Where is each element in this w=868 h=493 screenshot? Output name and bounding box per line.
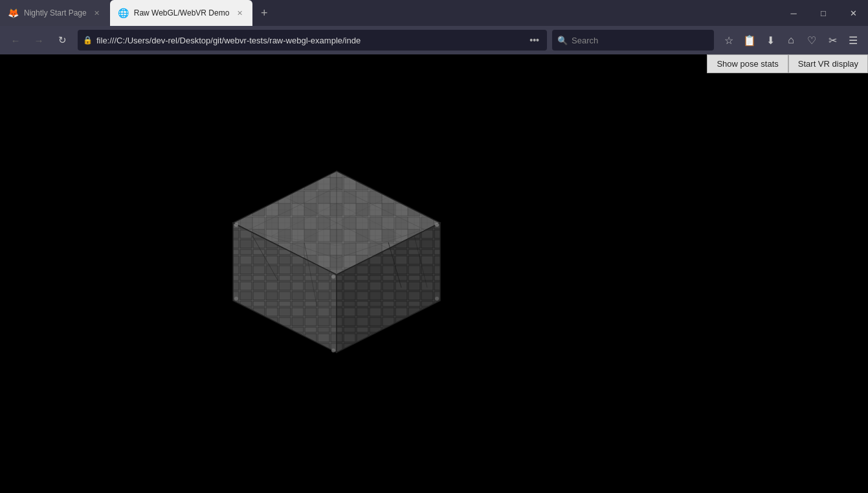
svg-point-32 (234, 297, 238, 301)
overlay-buttons: Show pose stats Start VR display (707, 54, 868, 73)
address-bar[interactable]: 🔒 file:///C:/Users/dev-rel/Desktop/git/w… (78, 30, 547, 51)
screenshot-icon[interactable]: ✂ (823, 30, 842, 50)
tab-close-nightly[interactable]: ✕ (92, 8, 102, 18)
add-tab-button[interactable]: + (252, 0, 276, 26)
reload-icon: ↻ (58, 34, 67, 46)
svg-point-30 (331, 275, 335, 279)
maximize-button[interactable]: □ (808, 0, 838, 26)
minimize-icon: ─ (790, 8, 796, 18)
menu-icon[interactable]: ☰ (843, 30, 863, 50)
search-input[interactable] (572, 36, 709, 45)
add-tab-icon: + (261, 6, 268, 20)
back-icon: ← (11, 35, 21, 46)
minimize-button[interactable]: ─ (779, 0, 808, 26)
reload-button[interactable]: ↻ (52, 30, 72, 51)
pocket-icon[interactable]: ♡ (802, 30, 821, 50)
svg-point-31 (435, 223, 439, 227)
3d-cube-svg (201, 152, 473, 372)
window-controls: ─ □ ✕ (779, 0, 868, 26)
back-button[interactable]: ← (5, 30, 26, 51)
maximize-icon: □ (821, 8, 826, 18)
title-bar: 🦊 Nightly Start Page ✕ 🌐 Raw WebGL/WebVR… (0, 0, 868, 26)
download-icon[interactable]: ⬇ (761, 30, 780, 50)
tab-favicon-nightly: 🦊 (8, 8, 19, 18)
svg-point-33 (331, 349, 335, 352)
tab-label-webgl: Raw WebGL/WebVR Demo (134, 8, 230, 17)
more-options-button[interactable]: ••• (527, 35, 542, 45)
title-bar-spacer (276, 0, 779, 26)
address-text: file:///C:/Users/dev-rel/Desktop/git/web… (96, 36, 523, 45)
home-icon[interactable]: ⌂ (781, 30, 801, 50)
forward-button[interactable]: → (28, 30, 49, 51)
search-icon: 🔍 (557, 36, 568, 45)
tab-webgl-demo[interactable]: 🌐 Raw WebGL/WebVR Demo ✕ (110, 0, 253, 26)
tab-nightly-start-page[interactable]: 🦊 Nightly Start Page ✕ (0, 0, 110, 26)
svg-point-34 (435, 297, 439, 301)
tab-favicon-webgl: 🌐 (118, 8, 129, 18)
close-button[interactable]: ✕ (838, 0, 868, 26)
bookmark-icon[interactable]: ☆ (719, 30, 739, 50)
close-icon: ✕ (850, 8, 857, 18)
forward-icon: → (34, 35, 44, 46)
show-pose-stats-button[interactable]: Show pose stats (707, 54, 788, 73)
svg-point-29 (234, 223, 238, 227)
tab-label-nightly: Nightly Start Page (24, 8, 87, 17)
webgl-canvas (0, 54, 868, 493)
toolbar-icons: ☆ 📋 ⬇ ⌂ ♡ ✂ ☰ (719, 30, 863, 50)
search-bar[interactable]: 🔍 (552, 30, 714, 51)
start-vr-display-button[interactable]: Start VR display (788, 54, 868, 73)
lock-icon: 🔒 (83, 36, 93, 45)
reading-list-icon[interactable]: 📋 (740, 30, 759, 50)
tab-close-webgl[interactable]: ✕ (234, 8, 245, 18)
nav-bar: ← → ↻ 🔒 file:///C:/Users/dev-rel/Desktop… (0, 26, 868, 54)
content-area: Show pose stats Start VR display (0, 54, 868, 493)
